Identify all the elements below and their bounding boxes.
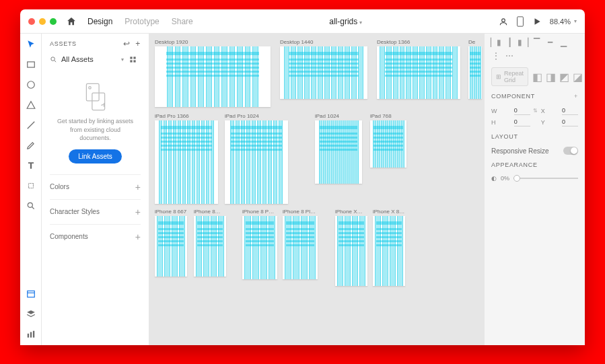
character-styles-section[interactable]: Character Styles+ xyxy=(50,199,141,224)
artboard-label[interactable]: iPad Pro 1366 xyxy=(155,113,218,119)
zoom-control[interactable]: 88.4%▾ xyxy=(550,17,577,26)
line-tool[interactable] xyxy=(26,120,36,131)
svg-rect-13 xyxy=(130,60,132,62)
grid-view-icon[interactable] xyxy=(129,56,137,63)
svg-point-3 xyxy=(27,81,34,89)
responsive-resize-toggle[interactable] xyxy=(563,147,578,155)
rectangle-tool[interactable] xyxy=(26,59,36,70)
link-assets-button[interactable]: Link Assets xyxy=(69,149,122,163)
distribute-v-icon[interactable]: ⋯ xyxy=(505,51,514,61)
layers-panel-toggle[interactable] xyxy=(26,309,36,320)
distribute-h-icon[interactable]: ⋮ xyxy=(491,51,501,61)
align-tools: ▏▮ ┃ ▮▕ ▔ ━ ▁ ⋮ ⋯ xyxy=(491,38,578,61)
pathfinder-subtract-icon[interactable]: ◨ xyxy=(546,72,555,81)
repeat-grid-button[interactable]: ⊞Repeat Grid xyxy=(491,67,528,86)
assets-filter[interactable]: All Assets xyxy=(61,55,121,63)
assets-panel-toggle[interactable] xyxy=(26,289,36,299)
svg-rect-6 xyxy=(27,291,34,297)
canvas[interactable]: Desktop 1920Desktop 1440Desktop 1366DeiP… xyxy=(149,34,484,345)
artboard-tool[interactable] xyxy=(26,180,36,191)
pen-tool[interactable] xyxy=(26,140,36,151)
titlebar: Design Prototype Share all-grids▾ 88.4%▾ xyxy=(20,9,585,34)
artboard[interactable]: iPad Pro 1024 xyxy=(225,113,288,204)
search-icon[interactable] xyxy=(50,56,57,63)
pathfinder-exclude-icon[interactable]: ◪ xyxy=(573,72,582,81)
components-section[interactable]: Components+ xyxy=(50,224,141,249)
minimize-window[interactable] xyxy=(39,18,46,25)
x-input[interactable] xyxy=(562,106,578,115)
align-left-icon[interactable]: ▏▮ xyxy=(491,38,501,47)
colors-section[interactable]: Colors+ xyxy=(50,174,141,199)
chevron-down-icon[interactable]: ▾ xyxy=(121,57,124,63)
zoom-tool[interactable] xyxy=(26,201,36,211)
artboard-label[interactable]: Desktop 1366 xyxy=(377,39,460,45)
artboard-label[interactable]: iPhone X 812 xyxy=(373,209,405,215)
plus-icon[interactable]: + xyxy=(574,93,578,100)
plus-icon[interactable]: + xyxy=(135,207,141,217)
svg-rect-9 xyxy=(32,331,34,338)
artboard[interactable]: iPad 1024 xyxy=(315,113,362,184)
artboard-label[interactable]: iPhone 8 667 xyxy=(155,209,187,215)
tab-prototype[interactable]: Prototype xyxy=(124,17,159,26)
artboard[interactable]: Desktop 1366 xyxy=(377,39,460,99)
artboard-label[interactable]: iPhone X… xyxy=(335,209,367,215)
width-input[interactable] xyxy=(514,106,530,115)
align-top-icon[interactable]: ▔ xyxy=(532,38,541,47)
artboard[interactable]: iPhone X 812 xyxy=(373,209,405,286)
cloud-profile-icon[interactable] xyxy=(499,17,508,26)
artboard-label[interactable]: iPad Pro 1024 xyxy=(225,113,288,119)
artboard[interactable]: Desktop 1920 xyxy=(155,39,271,107)
plus-icon[interactable]: + xyxy=(135,182,141,192)
align-center-h-icon[interactable]: ┃ xyxy=(505,38,514,47)
ellipse-tool[interactable] xyxy=(26,79,36,90)
artboard[interactable]: Desktop 1440 xyxy=(280,39,367,99)
select-tool[interactable] xyxy=(26,39,36,50)
height-input[interactable] xyxy=(514,118,530,126)
plugins-panel-toggle[interactable] xyxy=(26,329,36,340)
artboard-label[interactable]: iPhone 8 Plus 736 xyxy=(283,209,318,215)
artboard-label[interactable]: iPhone 8… xyxy=(194,209,226,215)
opacity-icon: ◐ xyxy=(491,175,497,182)
close-window[interactable] xyxy=(28,18,35,25)
opacity-value[interactable]: 0% xyxy=(501,175,509,182)
artboard[interactable]: De xyxy=(468,39,482,99)
artboard-label[interactable]: iPhone 8 P… xyxy=(242,209,277,215)
align-bottom-icon[interactable]: ▁ xyxy=(559,38,568,47)
artboard[interactable]: iPad 768 xyxy=(370,113,406,168)
pathfinder-intersect-icon[interactable]: ◩ xyxy=(559,72,569,81)
mode-tabs: Design Prototype Share xyxy=(87,17,193,26)
artboard-label[interactable]: Desktop 1440 xyxy=(280,39,367,45)
align-middle-icon[interactable]: ━ xyxy=(545,38,555,47)
tab-share[interactable]: Share xyxy=(172,17,193,26)
lock-icon[interactable]: ⇅ xyxy=(533,108,538,114)
plus-icon[interactable]: + xyxy=(135,231,141,242)
artboard-label[interactable]: Desktop 1920 xyxy=(155,39,271,45)
artboard[interactable]: iPad Pro 1366 xyxy=(155,113,218,204)
artboard[interactable]: iPhone 8 Plus 736 xyxy=(283,209,318,279)
artboard-label[interactable]: iPad 1024 xyxy=(315,113,362,119)
artboard[interactable]: iPhone 8 667 xyxy=(155,209,187,277)
svg-point-16 xyxy=(88,87,90,89)
align-right-icon[interactable]: ▮▕ xyxy=(518,38,528,47)
artboard-label[interactable]: iPad 768 xyxy=(370,113,406,119)
artboard[interactable]: iPhone 8… xyxy=(194,209,226,277)
opacity-slider[interactable] xyxy=(513,178,578,179)
pathfinder-add-icon[interactable]: ◧ xyxy=(532,72,542,81)
artboard-label[interactable]: De xyxy=(468,39,482,45)
add-asset-icon[interactable]: + xyxy=(135,39,141,48)
tab-design[interactable]: Design xyxy=(87,17,112,26)
back-icon[interactable]: ↩ xyxy=(123,39,131,48)
y-input[interactable] xyxy=(562,118,578,126)
mobile-preview-icon[interactable] xyxy=(516,16,524,27)
responsive-resize-label: Responsive Resize xyxy=(491,147,549,155)
document-title[interactable]: all-grids▾ xyxy=(193,17,499,26)
play-icon[interactable] xyxy=(532,17,542,26)
maximize-window[interactable] xyxy=(50,18,57,25)
app-window: Design Prototype Share all-grids▾ 88.4%▾ xyxy=(20,9,585,345)
artboard[interactable]: iPhone X… xyxy=(335,209,367,286)
text-tool[interactable] xyxy=(26,160,36,171)
linked-docs-icon xyxy=(84,82,107,112)
home-icon[interactable] xyxy=(66,16,77,27)
artboard[interactable]: iPhone 8 P… xyxy=(242,209,277,279)
polygon-tool[interactable] xyxy=(26,100,36,110)
